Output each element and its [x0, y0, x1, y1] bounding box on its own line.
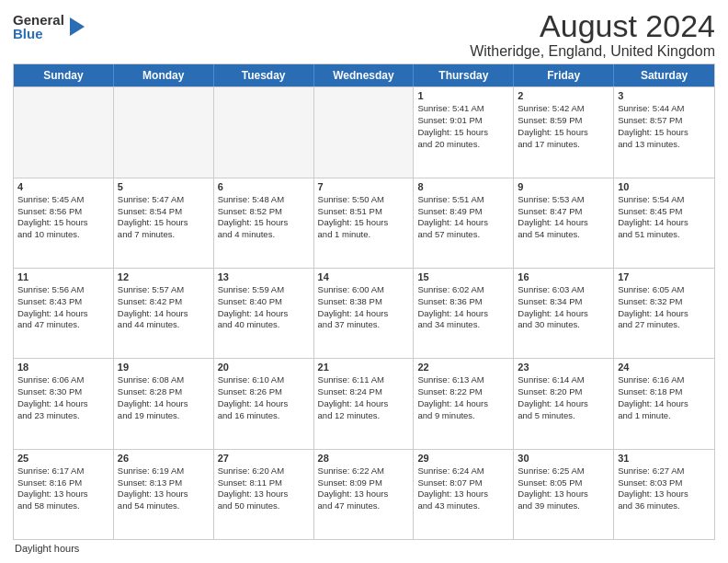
day-number: 25: [17, 453, 109, 464]
cell-text: Sunset: 8:38 PM: [318, 296, 410, 308]
header: General Blue August 2024 Witheridge, Eng…: [13, 9, 715, 60]
cell-text: Daylight: 15 hours: [618, 127, 711, 139]
cell-text: Daylight: 15 hours: [218, 217, 310, 229]
cell-text: Sunrise: 6:03 AM: [518, 284, 609, 296]
day-number: 24: [618, 362, 711, 373]
logo-blue: Blue: [13, 27, 64, 40]
cal-cell: 23Sunrise: 6:14 AMSunset: 8:20 PMDayligh…: [514, 359, 614, 448]
cal-cell: 28Sunrise: 6:22 AMSunset: 8:09 PMDayligh…: [314, 450, 415, 539]
header-day-thursday: Thursday: [414, 64, 514, 86]
cell-text: Daylight: 14 hours: [518, 308, 609, 320]
day-number: 3: [618, 90, 711, 101]
cell-text: Sunrise: 6:19 AM: [118, 465, 210, 477]
logo-text: General Blue: [13, 13, 64, 40]
cell-text: Daylight: 14 hours: [118, 308, 210, 320]
cell-text: Sunrise: 5:48 AM: [218, 194, 310, 206]
cal-cell: 13Sunrise: 5:59 AMSunset: 8:40 PMDayligh…: [214, 269, 314, 358]
cell-text: Daylight: 13 hours: [218, 488, 310, 500]
day-number: 1: [417, 90, 509, 101]
cell-text: Sunrise: 6:05 AM: [618, 284, 711, 296]
cell-text: Sunset: 8:36 PM: [417, 296, 509, 308]
cell-text: and 30 minutes.: [518, 319, 609, 331]
cell-text: and 13 minutes.: [618, 139, 711, 151]
cell-text: Sunset: 8:26 PM: [218, 386, 310, 398]
cell-text: Daylight: 14 hours: [618, 398, 711, 410]
cell-text: Sunset: 8:47 PM: [518, 206, 609, 218]
week-row-1: 1Sunrise: 5:41 AMSunset: 9:01 PMDaylight…: [14, 86, 714, 177]
cell-text: and 51 minutes.: [618, 229, 711, 241]
cell-text: Daylight: 13 hours: [417, 488, 509, 500]
cal-cell: 27Sunrise: 6:20 AMSunset: 8:11 PMDayligh…: [214, 450, 314, 539]
cell-text: Sunrise: 5:51 AM: [417, 194, 509, 206]
cell-text: Sunset: 8:05 PM: [518, 477, 609, 489]
cell-text: Sunset: 8:34 PM: [518, 296, 609, 308]
cell-text: Sunset: 8:16 PM: [17, 477, 109, 489]
cell-text: Daylight: 13 hours: [17, 488, 109, 500]
cell-text: and 36 minutes.: [618, 500, 711, 512]
header-day-friday: Friday: [514, 64, 614, 86]
day-number: 5: [118, 181, 210, 192]
cell-text: Sunset: 8:09 PM: [318, 477, 410, 489]
day-number: 22: [417, 362, 509, 373]
svg-marker-0: [70, 17, 85, 36]
cell-text: Sunrise: 5:53 AM: [518, 194, 609, 206]
day-number: 8: [417, 181, 509, 192]
cell-text: Sunrise: 5:50 AM: [318, 194, 410, 206]
cell-text: Sunset: 8:54 PM: [118, 206, 210, 218]
day-number: 10: [618, 181, 711, 192]
day-number: 11: [17, 271, 109, 282]
cell-text: Sunrise: 6:11 AM: [318, 374, 410, 386]
cell-text: Daylight: 15 hours: [518, 127, 609, 139]
cell-text: Sunrise: 5:44 AM: [618, 103, 711, 115]
cell-text: and 58 minutes.: [17, 500, 109, 512]
logo-icon: [68, 16, 86, 38]
cell-text: Daylight: 14 hours: [318, 398, 410, 410]
cell-text: and 23 minutes.: [17, 410, 109, 422]
day-number: 19: [118, 362, 210, 373]
cal-cell: 30Sunrise: 6:25 AMSunset: 8:05 PMDayligh…: [514, 450, 614, 539]
calendar-header: SundayMondayTuesdayWednesdayThursdayFrid…: [14, 64, 714, 86]
day-number: 16: [518, 271, 609, 282]
cell-text: Sunset: 8:28 PM: [118, 386, 210, 398]
page: General Blue August 2024 Witheridge, Eng…: [0, 0, 728, 563]
cell-text: and 20 minutes.: [417, 139, 509, 151]
cal-cell: 12Sunrise: 5:57 AMSunset: 8:42 PMDayligh…: [114, 269, 214, 358]
cell-text: Sunrise: 5:41 AM: [417, 103, 509, 115]
cell-text: Sunset: 8:43 PM: [17, 296, 109, 308]
day-number: 18: [17, 362, 109, 373]
cell-text: Daylight: 14 hours: [518, 398, 609, 410]
cal-cell: 11Sunrise: 5:56 AMSunset: 8:43 PMDayligh…: [14, 269, 114, 358]
cell-text: Sunset: 8:52 PM: [218, 206, 310, 218]
footer-note: Daylight hours: [13, 540, 715, 554]
cell-text: and 40 minutes.: [218, 319, 310, 331]
cal-cell: 24Sunrise: 6:16 AMSunset: 8:18 PMDayligh…: [614, 359, 714, 448]
day-number: 17: [618, 271, 711, 282]
cell-text: Sunset: 8:45 PM: [618, 206, 711, 218]
cal-cell: 7Sunrise: 5:50 AMSunset: 8:51 PMDaylight…: [314, 178, 415, 268]
cell-text: Sunset: 8:11 PM: [218, 477, 310, 489]
cell-text: and 47 minutes.: [318, 500, 410, 512]
cell-text: Daylight: 14 hours: [618, 217, 711, 229]
cell-text: Daylight: 14 hours: [218, 308, 310, 320]
cell-text: and 34 minutes.: [417, 319, 509, 331]
cal-cell: 4Sunrise: 5:45 AMSunset: 8:56 PMDaylight…: [14, 178, 114, 268]
cal-cell: [314, 87, 415, 177]
cal-cell: 19Sunrise: 6:08 AMSunset: 8:28 PMDayligh…: [114, 359, 214, 448]
day-number: 30: [518, 453, 609, 464]
cell-text: and 54 minutes.: [518, 229, 609, 241]
cell-text: Sunrise: 5:57 AM: [118, 284, 210, 296]
day-number: 6: [218, 181, 310, 192]
cell-text: and 37 minutes.: [318, 319, 410, 331]
cal-cell: 9Sunrise: 5:53 AMSunset: 8:47 PMDaylight…: [514, 178, 614, 268]
cell-text: and 16 minutes.: [218, 410, 310, 422]
subtitle: Witheridge, England, United Kingdom: [470, 43, 715, 60]
cell-text: and 4 minutes.: [218, 229, 310, 241]
cell-text: and 1 minute.: [618, 410, 711, 422]
cal-cell: 2Sunrise: 5:42 AMSunset: 8:59 PMDaylight…: [514, 87, 614, 177]
cell-text: Sunset: 8:59 PM: [518, 115, 609, 127]
cell-text: Sunrise: 5:56 AM: [17, 284, 109, 296]
week-row-5: 25Sunrise: 6:17 AMSunset: 8:16 PMDayligh…: [14, 449, 714, 539]
cell-text: Sunset: 8:30 PM: [17, 386, 109, 398]
cal-cell: 10Sunrise: 5:54 AMSunset: 8:45 PMDayligh…: [614, 178, 714, 268]
cell-text: Daylight: 15 hours: [318, 217, 410, 229]
